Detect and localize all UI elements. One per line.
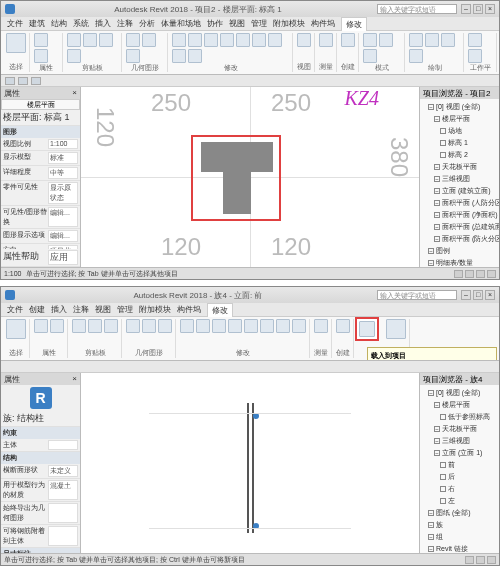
tab[interactable]: 系统 (73, 18, 89, 29)
tree-node[interactable]: −面积平面 (净面积) (422, 209, 497, 221)
tree-node[interactable]: −天花板平面 (422, 423, 497, 435)
maximize-button[interactable]: □ (473, 290, 483, 300)
type-icon[interactable] (50, 319, 64, 333)
properties-icon[interactable] (34, 319, 48, 333)
opt-icon[interactable] (18, 77, 28, 85)
poly-icon[interactable] (409, 49, 423, 63)
tab[interactable]: 协作 (207, 18, 223, 29)
align-icon[interactable] (172, 49, 186, 63)
drawing-canvas[interactable] (81, 373, 419, 553)
expand-icon[interactable]: − (428, 248, 434, 254)
create-icon[interactable] (341, 33, 355, 47)
tree-node[interactable]: 后 (422, 471, 497, 483)
expand-icon[interactable]: − (434, 236, 440, 242)
tab[interactable]: 注释 (117, 18, 133, 29)
expand-icon[interactable]: − (434, 402, 440, 408)
tab[interactable]: 文件 (7, 304, 23, 315)
expand-icon[interactable]: − (428, 546, 434, 552)
browser-tree[interactable]: −[0] 视图 (全部)−楼层平面场地标高 1标高 2−天花板平面−三维视图−立… (420, 99, 499, 267)
maximize-button[interactable]: □ (473, 4, 483, 14)
load-close-icon[interactable] (386, 319, 406, 339)
move-icon[interactable] (172, 33, 186, 47)
array-icon[interactable] (260, 319, 274, 333)
paste-icon[interactable] (67, 33, 81, 47)
tree-node[interactable]: −面积平面 (防火分区面积) (422, 233, 497, 245)
search-input[interactable]: 输入关键字或短语 (377, 4, 457, 14)
tree-node[interactable]: −族 (422, 519, 497, 531)
cut-icon[interactable] (83, 33, 97, 47)
mirror-icon[interactable] (204, 33, 218, 47)
properties-list[interactable]: 图形视图比例1:100显示模型标准详细程度中等零件可见性显示原状态可见性/图形替… (1, 126, 80, 249)
line-icon[interactable] (379, 33, 393, 47)
tab[interactable]: 插入 (95, 18, 111, 29)
tree-node[interactable]: −面积平面 (人防分区面积) (422, 197, 497, 209)
cutgeom-icon[interactable] (142, 33, 156, 47)
align-icon[interactable] (292, 319, 306, 333)
help-link[interactable]: 属性帮助 (3, 250, 48, 265)
tree-node[interactable]: 标高 2 (422, 149, 497, 161)
array-icon[interactable] (252, 33, 266, 47)
copy-icon[interactable] (104, 319, 118, 333)
expand-icon[interactable] (440, 152, 446, 158)
select-icon[interactable] (6, 319, 26, 339)
expand-icon[interactable] (440, 414, 446, 420)
text-icon[interactable] (363, 33, 377, 47)
property-value[interactable]: 显示原状态 (48, 182, 78, 204)
create-icon[interactable] (336, 319, 350, 333)
split-icon[interactable] (244, 319, 258, 333)
show-icon[interactable] (468, 49, 482, 63)
expand-icon[interactable]: − (434, 438, 440, 444)
expand-icon[interactable] (440, 140, 446, 146)
measure-icon[interactable] (314, 319, 328, 333)
view-icon[interactable] (487, 270, 496, 278)
join-icon[interactable] (126, 49, 140, 63)
view-icon[interactable] (476, 556, 485, 564)
properties-icon[interactable] (34, 33, 48, 47)
expand-icon[interactable] (440, 128, 446, 134)
tree-node[interactable]: 场地 (422, 125, 497, 137)
tab[interactable]: 创建 (29, 304, 45, 315)
tree-node[interactable]: 低于参照标高 (422, 411, 497, 423)
tab[interactable]: 视图 (95, 304, 111, 315)
view-icon[interactable] (454, 270, 463, 278)
tab[interactable]: 建筑 (29, 18, 45, 29)
arc-icon[interactable] (441, 33, 455, 47)
tree-node[interactable]: 左 (422, 495, 497, 507)
view-icon[interactable] (297, 33, 311, 47)
tree-node[interactable]: 前 (422, 459, 497, 471)
view-icon[interactable] (465, 556, 474, 564)
property-value[interactable]: 未定义 (48, 465, 78, 477)
property-value[interactable]: 1:100 (48, 139, 78, 149)
apply-button[interactable]: 应用 (48, 250, 78, 265)
property-value[interactable]: 编辑... (48, 230, 78, 242)
tree-node[interactable]: −面积平面 (总建筑面积) (422, 221, 497, 233)
cope-icon[interactable] (126, 33, 140, 47)
close-button[interactable]: × (485, 4, 495, 14)
paste-icon[interactable] (72, 319, 86, 333)
property-value[interactable]: 标准 (48, 152, 78, 164)
scale-icon[interactable] (268, 33, 282, 47)
tree-node[interactable]: −明细表/数量 (422, 257, 497, 267)
property-value[interactable] (48, 526, 78, 546)
tree-node[interactable]: −Revit 链接 (422, 543, 497, 553)
tree-node[interactable]: −楼层平面 (422, 399, 497, 411)
expand-icon[interactable]: − (428, 534, 434, 540)
tree-node[interactable]: 右 (422, 483, 497, 495)
tab[interactable]: 分析 (139, 18, 155, 29)
property-value[interactable] (48, 440, 78, 450)
cope-icon[interactable] (126, 319, 140, 333)
split-icon[interactable] (236, 33, 250, 47)
tree-node[interactable]: −立面 (立面 1) (422, 447, 497, 459)
rotate-icon[interactable] (188, 33, 202, 47)
detail-icon[interactable] (363, 49, 377, 63)
tree-node[interactable]: −图例 (422, 245, 497, 257)
select-icon[interactable] (6, 33, 26, 53)
measure-icon[interactable] (319, 33, 333, 47)
tree-node[interactable]: −[0] 视图 (全部) (422, 387, 497, 399)
expand-icon[interactable] (440, 462, 446, 468)
load-project-icon[interactable] (359, 321, 375, 337)
close-icon[interactable]: × (72, 374, 77, 384)
expand-icon[interactable] (440, 486, 446, 492)
tab[interactable]: 注释 (73, 304, 89, 315)
offset-icon[interactable] (188, 49, 202, 63)
